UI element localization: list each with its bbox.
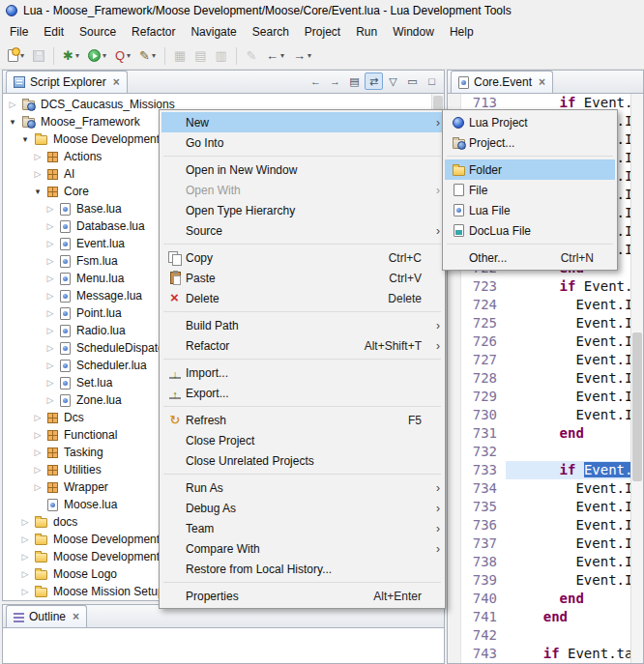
code-line[interactable]: 726 Event.IniUnitName = Event.IniDCSUnit… [448,332,630,351]
collapsed-twistie-icon[interactable]: ▷ [44,308,56,318]
close-icon[interactable]: × [73,610,79,623]
external-tools-button[interactable]: ✎▾ [135,45,160,67]
menubar-item-help[interactable]: Help [442,23,482,41]
collapsed-twistie-icon[interactable]: ▷ [44,239,56,248]
dropdown-caret-icon[interactable]: ▾ [307,51,311,60]
code-text[interactable]: Event.IniUnitName = Event.IniDCSUnitName [506,332,630,351]
annotation-ruler[interactable] [448,314,461,332]
collapsed-twistie-icon[interactable]: ▷ [44,291,56,301]
annotation-ruler[interactable] [448,479,461,498]
annotation-ruler[interactable] [448,516,461,534]
context-menu-item-close-project[interactable]: Close Project [161,430,443,450]
menubar-item-window[interactable]: Window [385,23,442,41]
collapsed-twistie-icon[interactable]: ▷ [19,569,31,579]
annotation-ruler[interactable] [448,369,461,388]
context-menu-item-close-unrelated-projects[interactable]: Close Unrelated Projects [161,450,443,471]
submenu-item-folder[interactable]: Folder [445,159,615,180]
submenu-item-doclua-file[interactable]: DocLua File [445,220,615,241]
annotation-ruler[interactable] [448,608,461,626]
context-menu-item-compare-with[interactable]: Compare With› [161,538,443,559]
collapsed-twistie-icon[interactable]: ▷ [19,534,31,544]
code-text[interactable]: Event.IniCategory = Unit.Category.STRUCT… [506,369,630,388]
menubar-item-file[interactable]: File [2,23,36,41]
submenu-item-file[interactable]: File [445,180,615,200]
tab-core-event[interactable]: Core.Event × [451,71,553,93]
context-menu-item-export[interactable]: Export... [161,383,443,403]
submenu-item-lua-file[interactable]: Lua File [445,200,615,220]
code-line[interactable]: 724 Event.IniDCSUnit = Event.initiator [448,296,630,314]
code-text[interactable]: Event.IniDCSUnit = Event.initiator [506,479,630,498]
context-menu-item-properties[interactable]: PropertiesAlt+Enter [161,586,443,606]
code-text[interactable]: end [506,424,630,443]
forward-history-button[interactable]: →▾ [289,45,315,67]
dropdown-caret-icon[interactable]: ▾ [152,51,156,60]
collapsed-twistie-icon[interactable]: ▷ [19,587,31,596]
annotation-ruler[interactable] [448,498,461,516]
context-menu-item-refresh[interactable]: RefreshF5 [161,410,443,430]
maximize-icon[interactable]: □ [423,72,441,90]
expanded-twistie-icon[interactable]: ▾ [7,117,18,127]
code-line[interactable]: 733 if Event.IniObjectCategory == Object… [448,461,630,479]
forward-icon[interactable]: → [326,72,344,90]
code-text[interactable]: Event.IniCategory = Unit.Category.CARGO [506,553,630,571]
submenu-item-project[interactable]: Project... [445,132,615,153]
code-text[interactable]: Event.IniDCSUnit = Event.initiator [506,296,630,314]
view-menu-icon[interactable]: ▽ [384,72,402,90]
annotation-ruler[interactable] [448,406,461,424]
collapsed-twistie-icon[interactable]: ▷ [32,152,44,161]
collapsed-twistie-icon[interactable]: ▷ [44,326,56,335]
annotation-ruler[interactable] [448,571,461,590]
dropdown-caret-icon[interactable]: ▾ [75,51,79,60]
code-text[interactable]: Event.IniUnit = STATIC:FindByName( Event… [506,351,630,369]
code-text[interactable]: Event.IniCoalition = Event.IniDCSUnit:ge… [506,406,630,424]
code-line[interactable]: 735 Event.IniDCSUnitName = Event.IniDCSU… [448,498,630,516]
submenu-item-other[interactable]: Other...Ctrl+N [445,247,615,268]
annotation-ruler[interactable] [448,424,461,443]
code-line[interactable]: 729 Event.IniTypeName = Event.IniDCSUnit… [448,388,630,406]
expanded-twistie-icon[interactable]: ▾ [19,134,31,144]
collapsed-twistie-icon[interactable]: ▷ [32,430,44,440]
context-menu-item-import[interactable]: Import... [161,362,443,383]
code-line[interactable]: 738 Event.IniCategory = Unit.Category.CA… [448,553,630,571]
close-icon[interactable]: × [113,75,120,89]
annotation-ruler[interactable] [448,553,461,571]
collapsed-twistie-icon[interactable]: ▷ [44,343,56,353]
collapsed-twistie-icon[interactable]: ▷ [32,482,44,492]
close-icon[interactable]: × [539,75,545,89]
collapsed-twistie-icon[interactable]: ▷ [7,100,18,109]
code-line[interactable]: 725 Event.IniDCSUnitName = Event.IniDCSU… [448,314,630,332]
code-text[interactable]: if Event.IniObjectCategory == Object.Cat… [506,277,630,296]
menubar-item-edit[interactable]: Edit [36,23,72,41]
code-line[interactable]: 743 if Event.target ~= nil then [448,645,630,663]
context-menu-item-refactor[interactable]: RefactorAlt+Shift+T› [161,335,443,356]
menubar-item-project[interactable]: Project [297,23,348,41]
tab-outline[interactable]: Outline × [6,605,87,627]
collapsed-twistie-icon[interactable]: ▷ [32,465,44,475]
submenu-item-lua-project[interactable]: Lua Project [445,112,615,132]
menubar-item-refactor[interactable]: Refactor [124,23,183,41]
back-history-button[interactable]: ←▾ [262,45,288,67]
context-menu-item-debug-as[interactable]: Debug As› [161,498,443,518]
context-menu-item-open-type-hierarchy[interactable]: Open Type Hierarchy [161,200,443,220]
dropdown-caret-icon[interactable]: ▾ [20,51,24,60]
collapsed-twistie-icon[interactable]: ▷ [44,395,56,405]
dropdown-caret-icon[interactable]: ▾ [102,51,106,60]
context-menu-item-run-as[interactable]: Run As› [161,477,443,498]
code-line[interactable]: 741 end [448,608,630,626]
annotation-ruler[interactable] [448,626,461,645]
menubar-item-navigate[interactable]: Navigate [183,23,244,41]
editor-scrollbar[interactable] [630,94,643,663]
context-menu-item-paste[interactable]: PasteCtrl+V [161,268,443,288]
annotation-ruler[interactable] [448,645,461,663]
code-line[interactable]: 737 Event.IniCargo = CARGO:FindByName( E… [448,534,630,553]
menubar-item-source[interactable]: Source [72,23,124,41]
collapsed-twistie-icon[interactable]: ▷ [44,361,56,370]
code-text[interactable]: Event.IniTypeName = Event.IniDCSUnit:get… [506,571,630,590]
profile-button[interactable]: Q▾ [111,45,134,67]
context-menu-item-open-in-new-window[interactable]: Open in New Window [161,159,443,180]
context-menu-item-restore-from-local-history[interactable]: Restore from Local History... [161,559,443,579]
collapsed-twistie-icon[interactable]: ▷ [19,517,31,527]
collapsed-twistie-icon[interactable]: ▷ [44,378,56,388]
code-text[interactable]: if Event.IniObjectCategory == Object.Cat… [506,461,630,479]
tab-script-explorer[interactable]: Script Explorer × [6,71,128,93]
